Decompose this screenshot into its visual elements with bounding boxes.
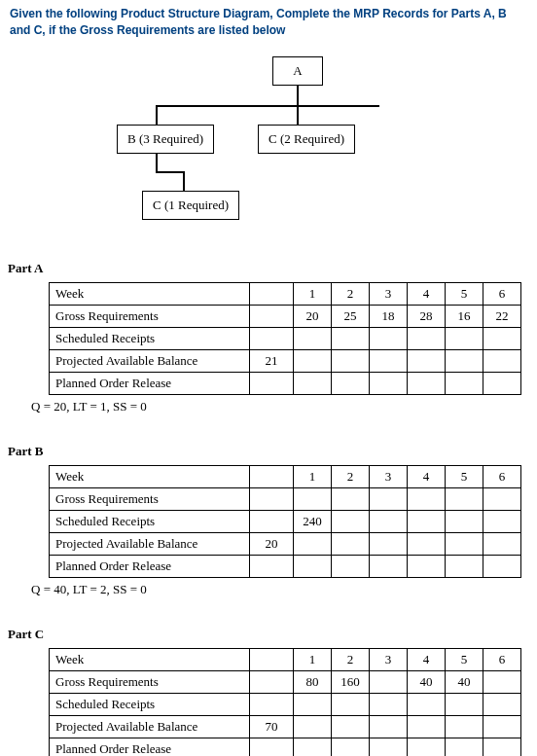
node-c1: C (1 Required) [142,191,239,220]
table-row: Scheduled Receipts [50,693,521,715]
part-a-params: Q = 20, LT = 1, SS = 0 [31,399,527,414]
table-row: Gross Requirements [50,487,521,510]
table-row: Projected Available Balance 20 [50,532,521,555]
part-c-table: Week 1 2 3 4 5 6 Gross Requirements 80 1… [49,648,521,756]
table-row: Projected Available Balance 21 [50,349,521,372]
table-row: Scheduled Receipts [50,327,521,349]
part-a-table: Week 1 2 3 4 5 6 Gross Requirements 20 2… [49,282,521,395]
table-row: Week 1 2 3 4 5 6 [50,282,521,305]
node-b: B (3 Required) [117,125,214,154]
row-por: Planned Order Release [50,372,250,394]
part-b-table: Week 1 2 3 4 5 6 Gross Requirements Sche… [49,465,521,578]
row-sched: Scheduled Receipts [50,327,250,349]
intro-text: Given the following Product Structure Di… [10,6,527,39]
row-week: Week [50,282,250,305]
table-row: Week 1 2 3 4 5 6 [50,465,521,487]
table-row: Scheduled Receipts 240 [50,510,521,532]
table-row: Planned Order Release [50,372,521,394]
table-row: Gross Requirements 80 160 40 40 [50,670,521,693]
node-a: A [272,56,323,86]
table-row: Projected Available Balance 70 [50,715,521,738]
part-c-label: Part C [8,627,527,642]
part-b-label: Part B [8,444,527,459]
table-row: Week 1 2 3 4 5 6 [50,648,521,670]
table-row: Gross Requirements 20 25 18 28 16 22 [50,305,521,327]
row-pab: Projected Available Balance [50,349,250,372]
part-a-label: Part A [8,261,527,276]
part-b-params: Q = 40, LT = 2, SS = 0 [31,582,527,597]
table-row: Planned Order Release [50,555,521,577]
product-structure-diagram: A B (3 Required) C (2 Required) C (1 Req… [49,56,496,251]
node-c2: C (2 Required) [258,125,355,154]
table-row: Planned Order Release [50,738,521,756]
row-gross: Gross Requirements [50,305,250,327]
